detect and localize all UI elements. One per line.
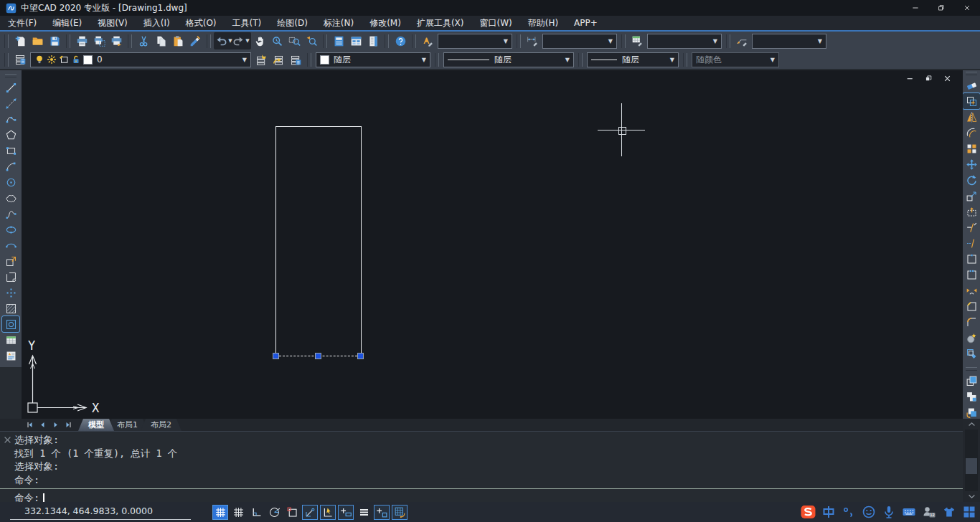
rotate-button[interactable] [963,172,980,188]
polyline-button[interactable] [2,111,19,127]
bulb-on-icon[interactable] [34,54,44,65]
break-at-point-button[interactable] [963,251,980,267]
multiline-text-button[interactable] [2,348,19,364]
make-block-button[interactable] [2,269,19,285]
scrollbar-track[interactable] [965,430,978,491]
redo-dropdown-arrow[interactable]: ▼ [245,38,249,44]
menu-item[interactable]: 标注(N) [316,16,362,30]
restore-button[interactable] [928,0,954,16]
chamfer-button[interactable] [963,298,980,314]
nav-prev-button[interactable] [36,419,49,430]
table-button[interactable] [2,332,19,348]
zoom-window-button[interactable] [286,33,303,49]
move-button[interactable] [963,156,980,172]
mirror-button[interactable] [963,109,980,125]
fillet-button[interactable] [963,314,980,330]
copy-clipboard-button[interactable] [152,33,169,49]
spline-button[interactable] [2,206,19,222]
polar-toggle[interactable] [266,505,282,520]
menu-item[interactable]: 窗口(W) [471,16,519,30]
copy-button[interactable] [963,93,980,109]
mleader-style-combobox-arrow-icon[interactable]: ▼ [814,38,822,44]
color-combobox[interactable]: 随层▼ [316,52,430,67]
zoom-previous-button[interactable] [303,33,320,49]
linetype-combobox[interactable]: 随层▼ [443,52,574,67]
table-style-combobox[interactable]: ▼ [647,34,722,49]
plot-layer-icon[interactable] [59,54,69,65]
menu-item[interactable]: 工具(T) [225,16,270,30]
hatch-button[interactable] [2,300,19,316]
tab-model[interactable]: 模型 [78,419,114,431]
plot-style-combobox[interactable]: 随颜色▼ [692,52,779,67]
menu-item[interactable]: 插入(I) [136,16,178,30]
menu-item[interactable]: 绘图(D) [269,16,316,30]
plot-style-combobox-arrow-icon[interactable]: ▼ [767,57,775,63]
menu-item[interactable]: 编辑(E) [44,16,90,30]
tab-layout2[interactable]: 布局2 [141,419,182,431]
mleader-style-button[interactable] [733,33,750,49]
gradient-button[interactable] [2,316,19,332]
print-button[interactable] [73,33,90,49]
circle-button[interactable] [2,174,19,190]
table-style-combobox-arrow-icon[interactable]: ▼ [710,38,717,44]
plot-button[interactable] [108,33,125,49]
mdi-restore-button[interactable] [925,75,934,84]
scroll-down-button[interactable] [964,491,979,502]
sun-thaw-icon[interactable] [47,54,57,65]
scroll-up-button[interactable] [964,419,979,430]
zoom-realtime-button[interactable] [268,33,286,49]
ime-voice-button[interactable] [881,504,896,519]
menu-item[interactable]: 修改(M) [362,16,409,30]
layer-make-current-button[interactable] [253,52,270,67]
menu-item[interactable]: APP+ [566,16,606,30]
toolbar-grip[interactable] [5,74,17,77]
erase-button[interactable] [963,77,980,93]
explode-button[interactable] [963,330,980,346]
close-button[interactable] [954,0,980,16]
extend-button[interactable] [963,235,980,251]
array-button[interactable] [963,141,980,156]
unlock-icon[interactable] [71,54,81,65]
menu-item[interactable]: 帮助(H) [520,16,566,30]
layer-combobox[interactable]: 0▼ [30,52,251,67]
cut-button[interactable] [135,33,152,49]
menu-item[interactable]: 视图(V) [90,16,136,30]
open-folder-button[interactable] [29,33,46,49]
nav-next-button[interactable] [49,419,62,430]
print-preview-button[interactable] [90,33,108,49]
ime-chinese-button[interactable] [821,504,836,519]
paste-button[interactable] [169,33,187,49]
redo-button[interactable]: ▼ [232,33,250,49]
scale-button[interactable] [963,188,980,204]
ellipse-button[interactable] [2,222,19,237]
lineweight-combobox[interactable]: 随层▼ [587,52,679,67]
ime-keyboard-button[interactable] [901,504,916,519]
trim-button[interactable] [963,219,980,235]
point-button[interactable] [2,285,19,300]
rectangle-button[interactable] [2,143,19,158]
arc-button[interactable] [2,158,19,174]
minimize-button[interactable] [903,0,928,16]
join-button[interactable] [963,283,980,298]
line-button[interactable] [2,80,19,95]
dim-style-button[interactable] [524,33,541,49]
toolbar-grip[interactable] [966,367,977,371]
offset-button[interactable] [963,125,980,141]
table-style-button[interactable] [628,33,646,49]
draw-order-under-button[interactable] [963,404,980,420]
block-editor-button[interactable] [963,346,980,361]
undo-dropdown-arrow[interactable]: ▼ [228,38,232,44]
new-file-button[interactable] [11,33,29,49]
color-combobox-arrow-icon[interactable]: ▼ [418,57,426,63]
selection-grip[interactable] [357,353,364,359]
ellipse-arc-button[interactable] [2,237,19,253]
break-button[interactable] [963,267,980,283]
design-center-button[interactable] [347,33,364,49]
layer-combobox-arrow-icon[interactable]: ▼ [239,57,247,63]
insert-block-button[interactable] [2,253,19,269]
dynamic-input-toggle[interactable] [320,505,336,520]
match-properties-button[interactable] [187,33,204,49]
selection-grip[interactable] [273,353,279,359]
send-to-back-button[interactable] [963,389,980,404]
mdi-close-button[interactable] [943,75,953,84]
